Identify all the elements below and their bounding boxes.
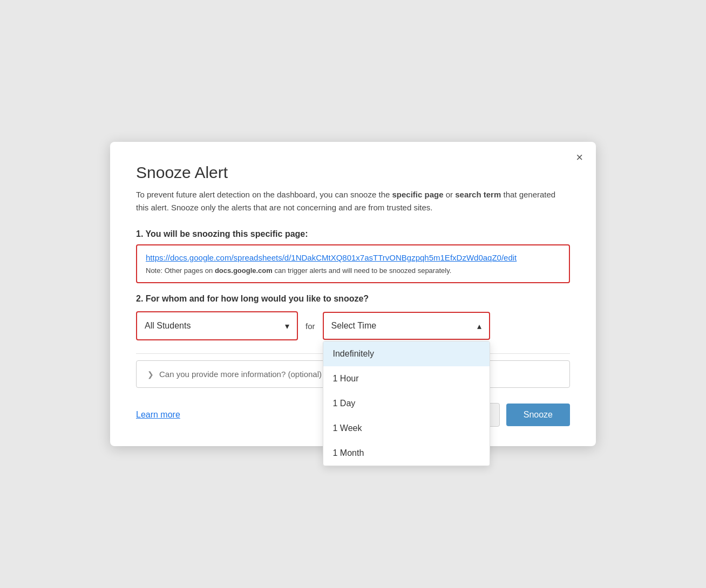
chevron-up-icon: ▴ — [477, 321, 481, 331]
section1-label: 1. You will be snoozing this specific pa… — [136, 229, 570, 239]
section2-label: 2. For whom and for how long would you l… — [136, 294, 570, 304]
time-dropdown-menu: Indefinitely 1 Hour 1 Day 1 Week 1 Month — [323, 341, 490, 466]
url-note: Note: Other pages on docs.google.com can… — [146, 266, 560, 275]
students-dropdown[interactable]: All Students ▾ — [136, 311, 298, 340]
dialog-description: To prevent future alert detection on the… — [136, 188, 570, 214]
chevron-right-icon: ❯ — [147, 370, 154, 379]
time-option-1day[interactable]: 1 Day — [323, 391, 490, 416]
time-option-1hour[interactable]: 1 Hour — [323, 366, 490, 391]
time-option-1week[interactable]: 1 Week — [323, 416, 490, 441]
dialog-title: Snooze Alert — [136, 163, 570, 182]
time-option-indefinitely[interactable]: Indefinitely — [323, 341, 490, 366]
students-dropdown-value: All Students — [145, 321, 191, 331]
snooze-button[interactable]: Snooze — [506, 404, 570, 426]
for-label: for — [306, 322, 315, 331]
url-box: https://docs.google.com/spreadsheets/d/1… — [136, 244, 570, 283]
more-info-text: Can you provide more information? (optio… — [159, 370, 322, 379]
time-dropdown-wrapper: Select Time ▴ Indefinitely 1 Hour 1 Day … — [323, 312, 490, 340]
chevron-down-icon: ▾ — [285, 321, 289, 331]
time-dropdown[interactable]: Select Time ▴ — [323, 312, 490, 340]
learn-more-link[interactable]: Learn more — [136, 410, 180, 420]
snooze-alert-dialog: × Snooze Alert To prevent future alert d… — [110, 142, 596, 446]
time-dropdown-value: Select Time — [331, 321, 377, 331]
time-option-1month[interactable]: 1 Month — [323, 441, 490, 466]
close-button[interactable]: × — [576, 152, 583, 163]
page-url-link[interactable]: https://docs.google.com/spreadsheets/d/1… — [146, 253, 560, 262]
selectors-row: All Students ▾ for Select Time ▴ Indefin… — [136, 311, 570, 340]
